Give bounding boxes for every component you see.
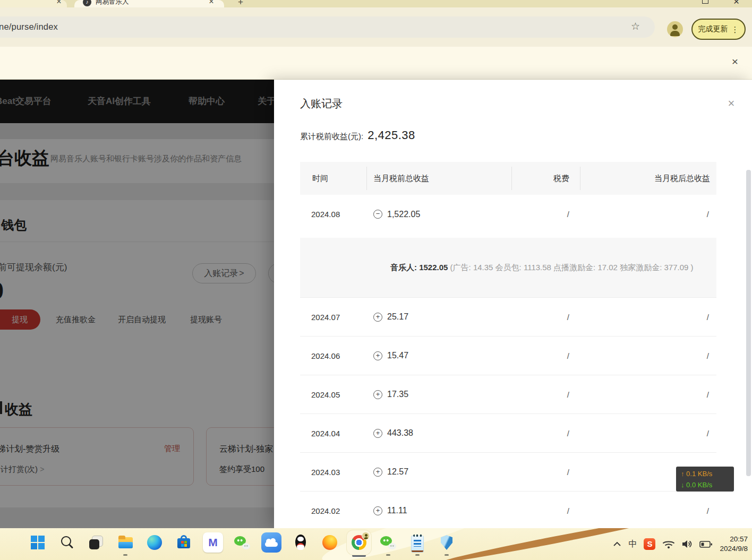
chrome-icon[interactable] xyxy=(349,532,369,553)
row-tax: / xyxy=(511,468,580,477)
profile-avatar[interactable] xyxy=(667,21,683,37)
window-maximize-button[interactable] xyxy=(702,0,708,4)
row-tax: / xyxy=(511,390,580,399)
running-indicator xyxy=(386,554,390,556)
ms-store-icon[interactable] xyxy=(174,532,194,553)
qq-icon[interactable] xyxy=(290,532,311,553)
expand-icon[interactable]: + xyxy=(373,390,382,399)
cloud-drive-icon[interactable] xyxy=(261,532,281,553)
income-records-modal: 入账记录 × 累计税前收益(元): 2,425.38 时间 当月税前总收益 税费… xyxy=(274,80,752,528)
ime-indicator[interactable]: 中 xyxy=(628,539,637,550)
notepad-icon[interactable] xyxy=(407,532,428,553)
taskbar-item-ms-store[interactable] xyxy=(170,528,197,559)
expand-icon[interactable]: + xyxy=(373,313,382,322)
file-explorer-icon[interactable] xyxy=(115,532,135,553)
expand-icon[interactable]: + xyxy=(373,351,382,360)
profile-badge-icon xyxy=(362,532,370,540)
address-bar[interactable]: ne/purse/index ☆ xyxy=(0,16,655,38)
search-icon[interactable] xyxy=(57,532,77,553)
taskbar-item-chrome[interactable] xyxy=(346,528,372,559)
expand-icon[interactable]: + xyxy=(373,429,382,438)
expand-icon[interactable]: + xyxy=(373,468,382,477)
bookmark-star-icon[interactable]: ☆ xyxy=(631,20,640,32)
tab-netease-musician[interactable]: ♪ 网易音乐人 × xyxy=(74,0,224,7)
tray-chevron-up-icon[interactable] xyxy=(613,541,621,547)
header-pretax: 当月税前总收益 xyxy=(366,174,511,184)
download-speed: ↓ 0.0 KB/s xyxy=(681,479,734,490)
taskbar-item-task-view[interactable] xyxy=(83,528,109,559)
modal-title: 入账记录 xyxy=(300,97,343,111)
volume-icon[interactable] xyxy=(682,540,693,548)
sogou-input-icon[interactable]: S xyxy=(644,538,655,550)
summary-label: 累计税前收益(元): xyxy=(300,132,363,142)
infobar-close-icon[interactable]: × xyxy=(729,55,741,68)
battery-icon[interactable] xyxy=(699,540,713,549)
active-indicator xyxy=(352,555,366,557)
taskbar-icons xyxy=(24,528,460,560)
wifi-icon[interactable] xyxy=(662,539,675,549)
summary-row: 累计税前收益(元): 2,425.38 xyxy=(300,128,415,142)
taskbar-item-edge[interactable] xyxy=(141,528,168,559)
table-row: 2024.05 + 17.35 / / xyxy=(300,375,716,413)
taskbar-item-file-explorer[interactable] xyxy=(112,528,139,559)
clock-date: 2024/9/8 xyxy=(720,544,748,554)
taskbar-item-security-shield[interactable] xyxy=(433,528,460,559)
expand-icon[interactable]: + xyxy=(373,506,382,515)
windows-taskbar: 中 S 20:57 2024/9/8 xyxy=(0,528,752,560)
row-aftertax: / xyxy=(580,429,716,438)
modal-close-icon[interactable]: × xyxy=(723,96,739,111)
header-time: 时间 xyxy=(300,174,366,184)
row-amount: + 11.11 xyxy=(366,506,511,515)
row-tax: / xyxy=(511,506,580,515)
table-header: 时间 当月税前总收益 税费 当月税后总收益 xyxy=(300,162,716,195)
running-indicator xyxy=(445,554,449,556)
table-body: 2024.08 − 1,522.05 / / 音乐人: 1522.05 (广告:… xyxy=(300,195,716,528)
summary-value: 2,425.38 xyxy=(368,128,415,142)
wechat-2-icon[interactable] xyxy=(378,532,398,553)
taskbar-item-firefox[interactable] xyxy=(317,528,343,559)
tab1-close-icon[interactable]: × xyxy=(55,0,63,6)
taskbar-item-wechat[interactable] xyxy=(229,528,255,559)
edge-icon[interactable] xyxy=(144,532,165,553)
modal-scrollbar[interactable] xyxy=(746,170,751,476)
taskbar-item-search[interactable] xyxy=(54,528,80,559)
firefox-icon[interactable] xyxy=(320,532,340,553)
taskbar-clock[interactable]: 20:57 2024/9/8 xyxy=(720,535,748,554)
taskbar-item-start[interactable] xyxy=(24,528,51,559)
detail-musician: 音乐人: 1522.05 xyxy=(390,263,450,272)
row-expanded-detail: 音乐人: 1522.05 (广告: 14.35 会员包: 1113.58 点播激… xyxy=(300,238,716,297)
finish-update-button[interactable]: 完成更新 ⋮ xyxy=(691,19,746,40)
system-tray: 中 S 20:57 2024/9/8 xyxy=(613,528,748,560)
table-row: 2024.03 + 12.57 / / xyxy=(300,452,716,491)
collapse-icon[interactable]: − xyxy=(373,210,382,219)
row-amount: + 25.17 xyxy=(366,312,511,322)
row-amount: − 1,522.05 xyxy=(366,210,511,219)
start-icon[interactable] xyxy=(28,532,48,553)
tab-strip: × ♪ 网易音乐人 × + × xyxy=(0,0,752,7)
table-row: 2024.08 − 1,522.05 / / xyxy=(300,195,716,234)
kebab-menu-icon[interactable]: ⋮ xyxy=(731,25,739,33)
mail-master-icon[interactable] xyxy=(203,532,223,553)
row-aftertax: / xyxy=(580,210,716,219)
tab2-close-icon[interactable]: × xyxy=(207,0,216,6)
taskbar-item-notepad[interactable] xyxy=(404,528,431,559)
upload-speed: ↑ 0.1 KB/s xyxy=(681,468,734,479)
network-speed-widget: ↑ 0.1 KB/s ↓ 0.0 KB/s xyxy=(676,467,734,492)
header-tax: 税费 xyxy=(511,174,580,184)
tab-title: 网易音乐人 xyxy=(96,0,129,6)
row-amount: + 17.35 xyxy=(366,390,511,399)
row-tax: / xyxy=(511,313,580,322)
taskbar-item-qq[interactable] xyxy=(287,528,314,559)
row-date: 2024.03 xyxy=(300,468,366,477)
task-view-icon[interactable] xyxy=(86,532,106,553)
row-date: 2024.04 xyxy=(300,429,366,438)
wechat-icon[interactable] xyxy=(232,532,252,553)
new-tab-button[interactable]: + xyxy=(238,0,243,7)
url-text[interactable]: ne/purse/index xyxy=(0,22,58,32)
clock-time: 20:57 xyxy=(720,535,748,544)
taskbar-item-cloud-drive[interactable] xyxy=(258,528,285,559)
taskbar-item-mail-master[interactable] xyxy=(200,528,226,559)
taskbar-item-wechat-2[interactable] xyxy=(375,528,401,559)
security-shield-icon[interactable] xyxy=(437,532,457,553)
window-close-button[interactable]: × xyxy=(733,0,739,7)
